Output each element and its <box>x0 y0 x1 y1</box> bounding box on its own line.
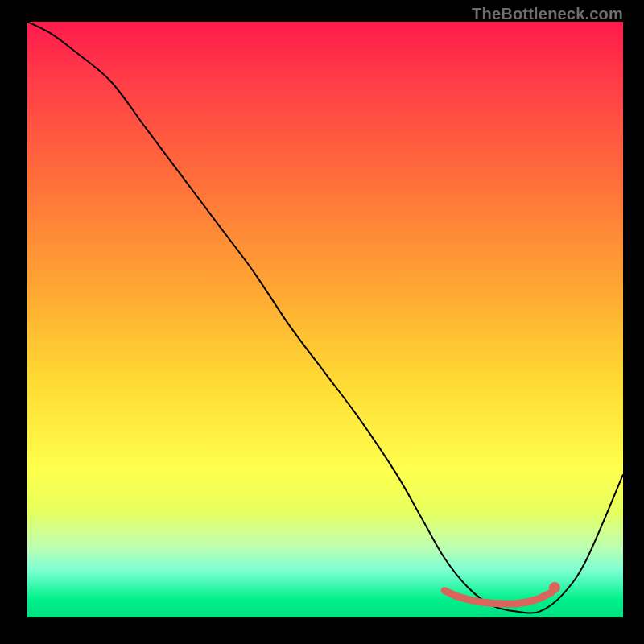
optimal-zone-line <box>444 591 551 604</box>
optimal-zone-markers <box>444 583 559 604</box>
chart-frame: TheBottleneck.com <box>0 0 644 644</box>
optimal-zone-end-dot <box>550 583 559 592</box>
watermark-text: TheBottleneck.com <box>472 5 623 23</box>
plot-area <box>27 22 623 617</box>
curve-layer <box>27 22 623 617</box>
bottleneck-curve <box>27 22 623 613</box>
